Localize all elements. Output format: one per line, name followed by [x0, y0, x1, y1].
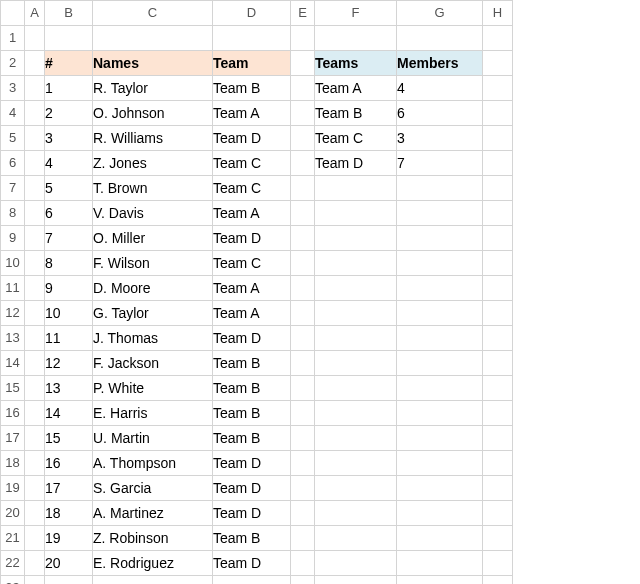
- table1-name-19[interactable]: E. Rodriguez: [93, 551, 213, 576]
- cell-A15[interactable]: [25, 376, 45, 401]
- row-header-6[interactable]: 6: [1, 151, 25, 176]
- cell-E2[interactable]: [291, 51, 315, 76]
- table1-name-11[interactable]: F. Jackson: [93, 351, 213, 376]
- table1-num-0[interactable]: 1: [45, 76, 93, 101]
- cell-F13[interactable]: [315, 326, 397, 351]
- cell-G18[interactable]: [397, 451, 483, 476]
- cell-G17[interactable]: [397, 426, 483, 451]
- cell-B23[interactable]: [45, 576, 93, 585]
- row-header-21[interactable]: 21: [1, 526, 25, 551]
- row-header-15[interactable]: 15: [1, 376, 25, 401]
- cell-F15[interactable]: [315, 376, 397, 401]
- col-header-F[interactable]: F: [315, 1, 397, 26]
- cell-E20[interactable]: [291, 501, 315, 526]
- col-header-D[interactable]: D: [213, 1, 291, 26]
- table2-team-3[interactable]: Team D: [315, 151, 397, 176]
- table1-num-3[interactable]: 4: [45, 151, 93, 176]
- cell-G1[interactable]: [397, 26, 483, 51]
- cell-H21[interactable]: [483, 526, 513, 551]
- cell-H12[interactable]: [483, 301, 513, 326]
- cell-A22[interactable]: [25, 551, 45, 576]
- table1-num-19[interactable]: 20: [45, 551, 93, 576]
- cell-G21[interactable]: [397, 526, 483, 551]
- cell-H23[interactable]: [483, 576, 513, 585]
- cell-A5[interactable]: [25, 126, 45, 151]
- table2-members-0[interactable]: 4: [397, 76, 483, 101]
- table2-members-1[interactable]: 6: [397, 101, 483, 126]
- table1-name-16[interactable]: S. Garcia: [93, 476, 213, 501]
- cell-E22[interactable]: [291, 551, 315, 576]
- table1-name-9[interactable]: G. Taylor: [93, 301, 213, 326]
- row-header-1[interactable]: 1: [1, 26, 25, 51]
- cell-D1[interactable]: [213, 26, 291, 51]
- cell-H9[interactable]: [483, 226, 513, 251]
- grid[interactable]: ABCDEFGH12#NamesTeamTeamsMembers31R. Tay…: [0, 0, 513, 584]
- cell-H5[interactable]: [483, 126, 513, 151]
- cell-H18[interactable]: [483, 451, 513, 476]
- row-header-3[interactable]: 3: [1, 76, 25, 101]
- cell-H7[interactable]: [483, 176, 513, 201]
- table1-team-11[interactable]: Team B: [213, 351, 291, 376]
- table1-name-6[interactable]: O. Miller: [93, 226, 213, 251]
- table1-header-team[interactable]: Team: [213, 51, 291, 76]
- table1-name-10[interactable]: J. Thomas: [93, 326, 213, 351]
- cell-F14[interactable]: [315, 351, 397, 376]
- table1-name-18[interactable]: Z. Robinson: [93, 526, 213, 551]
- cell-F11[interactable]: [315, 276, 397, 301]
- table1-team-14[interactable]: Team B: [213, 426, 291, 451]
- cell-G7[interactable]: [397, 176, 483, 201]
- table1-team-18[interactable]: Team B: [213, 526, 291, 551]
- table1-team-2[interactable]: Team D: [213, 126, 291, 151]
- cell-F12[interactable]: [315, 301, 397, 326]
- cell-E16[interactable]: [291, 401, 315, 426]
- table1-num-17[interactable]: 18: [45, 501, 93, 526]
- row-header-18[interactable]: 18: [1, 451, 25, 476]
- table1-name-14[interactable]: U. Martin: [93, 426, 213, 451]
- table1-team-19[interactable]: Team D: [213, 551, 291, 576]
- table1-num-7[interactable]: 8: [45, 251, 93, 276]
- table2-header-members[interactable]: Members: [397, 51, 483, 76]
- table1-team-13[interactable]: Team B: [213, 401, 291, 426]
- cell-G22[interactable]: [397, 551, 483, 576]
- row-header-17[interactable]: 17: [1, 426, 25, 451]
- table1-name-17[interactable]: A. Martinez: [93, 501, 213, 526]
- cell-F20[interactable]: [315, 501, 397, 526]
- table1-num-2[interactable]: 3: [45, 126, 93, 151]
- cell-F16[interactable]: [315, 401, 397, 426]
- table1-team-8[interactable]: Team A: [213, 276, 291, 301]
- cell-H2[interactable]: [483, 51, 513, 76]
- table1-name-1[interactable]: O. Johnson: [93, 101, 213, 126]
- cell-H14[interactable]: [483, 351, 513, 376]
- table1-team-12[interactable]: Team B: [213, 376, 291, 401]
- row-header-10[interactable]: 10: [1, 251, 25, 276]
- cell-F22[interactable]: [315, 551, 397, 576]
- table1-team-3[interactable]: Team C: [213, 151, 291, 176]
- cell-E17[interactable]: [291, 426, 315, 451]
- table1-num-16[interactable]: 17: [45, 476, 93, 501]
- cell-A1[interactable]: [25, 26, 45, 51]
- row-header-19[interactable]: 19: [1, 476, 25, 501]
- cell-A17[interactable]: [25, 426, 45, 451]
- table1-header-num[interactable]: #: [45, 51, 93, 76]
- cell-F7[interactable]: [315, 176, 397, 201]
- cell-A19[interactable]: [25, 476, 45, 501]
- table1-num-6[interactable]: 7: [45, 226, 93, 251]
- table1-team-17[interactable]: Team D: [213, 501, 291, 526]
- cell-H4[interactable]: [483, 101, 513, 126]
- table2-team-1[interactable]: Team B: [315, 101, 397, 126]
- cell-A4[interactable]: [25, 101, 45, 126]
- cell-E1[interactable]: [291, 26, 315, 51]
- table1-num-12[interactable]: 13: [45, 376, 93, 401]
- table2-team-2[interactable]: Team C: [315, 126, 397, 151]
- cell-F8[interactable]: [315, 201, 397, 226]
- cell-E12[interactable]: [291, 301, 315, 326]
- table1-team-6[interactable]: Team D: [213, 226, 291, 251]
- cell-A20[interactable]: [25, 501, 45, 526]
- table1-num-9[interactable]: 10: [45, 301, 93, 326]
- table1-team-10[interactable]: Team D: [213, 326, 291, 351]
- cell-H20[interactable]: [483, 501, 513, 526]
- table1-header-names[interactable]: Names: [93, 51, 213, 76]
- row-header-8[interactable]: 8: [1, 201, 25, 226]
- table1-name-5[interactable]: V. Davis: [93, 201, 213, 226]
- table2-header-teams[interactable]: Teams: [315, 51, 397, 76]
